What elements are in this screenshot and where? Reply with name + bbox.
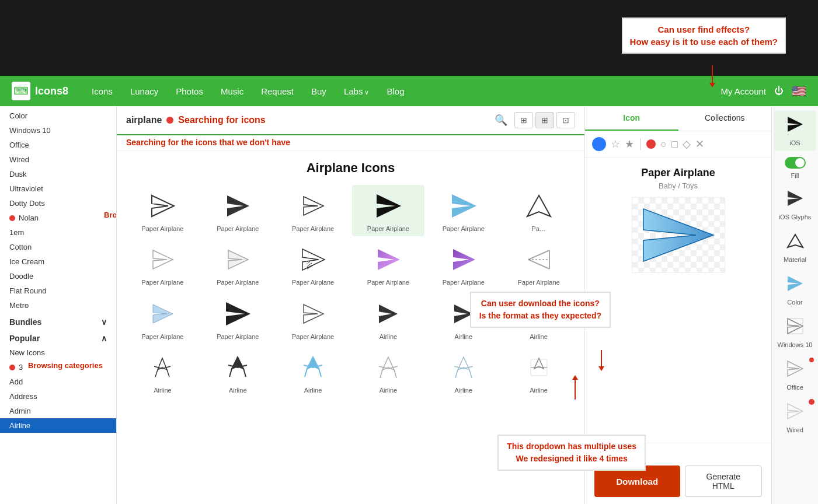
my-account-link[interactable]: My Account (720, 86, 766, 96)
icon-label-12: Paper Airplane (517, 278, 559, 286)
style-office[interactable]: Office (774, 355, 816, 396)
sidebar-item-dusk[interactable]: Dusk (0, 167, 116, 181)
format-type: PNG (594, 450, 612, 460)
sidebar-item-windows10[interactable]: Windows 10 (0, 123, 116, 138)
view-toggle-small[interactable]: ⊞ (514, 112, 533, 128)
icon-cell-row4-3[interactable]: Airline (277, 346, 350, 398)
download-button[interactable]: Download (594, 466, 680, 497)
color-circle-orange[interactable] (646, 139, 656, 149)
sidebar-item-ultraviolet[interactable]: Ultraviolet (0, 181, 116, 196)
style-material[interactable]: Material (774, 228, 816, 268)
sidebar-item-doodle[interactable]: Doodle (0, 269, 116, 284)
sidebar-item-3d[interactable]: 3D Browsing categories (0, 360, 116, 374)
circle-tool[interactable]: ○ (660, 138, 667, 150)
tab-icon[interactable]: Icon (585, 106, 678, 131)
ios-glyphs-icon (786, 190, 804, 211)
generate-html-button[interactable]: Generate HTML (685, 466, 763, 497)
icon-svg-paper-11 (448, 244, 479, 275)
sidebar-item-flatround[interactable]: Flat Round (0, 284, 116, 298)
icon-cell-paper-3[interactable]: Paper Airplane (277, 185, 350, 236)
diamond-tool[interactable]: ◇ (683, 138, 691, 150)
icon-cell-row3-2[interactable]: Paper Airplane (201, 293, 274, 344)
format-size: px (627, 450, 636, 460)
icon-cell-paper-5[interactable]: Paper Airplane (427, 185, 500, 236)
icon-cell-paper-8[interactable]: Paper Airplane (201, 239, 274, 290)
style-windows10[interactable]: Windows 10 (774, 313, 816, 353)
language-flag[interactable]: 🇺🇸 (792, 84, 806, 98)
icon-cell-paper-12[interactable]: Paper Airplane (502, 239, 575, 290)
view-toggle-large[interactable]: ⊡ (556, 112, 575, 128)
annotation-top-line2: How easy is it to use each of them? (630, 36, 778, 48)
view-toggle-medium[interactable]: ⊞ (535, 112, 554, 128)
section-popular[interactable]: Popular ∧ (0, 329, 116, 345)
star-icon[interactable]: ☆ (611, 138, 620, 150)
icon-cell-row3-5[interactable]: Airline (427, 293, 500, 344)
icon-label-r3-2: Paper Airplane (217, 332, 259, 341)
svg-line-15 (528, 250, 549, 260)
style-ios[interactable]: iOS (774, 111, 816, 151)
icon-cell-paper-11[interactable]: Paper Airplane (427, 239, 500, 290)
search-icon[interactable]: 🔍 (495, 114, 507, 127)
style-color[interactable]: Color (774, 270, 816, 310)
sidebar-item-metro[interactable]: Metro (0, 298, 116, 313)
sidebar-item-office[interactable]: Office (0, 138, 116, 152)
icon-cell-row3-1[interactable]: Paper Airplane (126, 293, 199, 344)
format-dropdown-arrow[interactable]: ∨ (641, 451, 646, 460)
icon-svg-row3-3 (298, 299, 328, 329)
svg-marker-30 (788, 318, 803, 334)
section-bundles[interactable]: Bundles ∨ (0, 313, 116, 329)
nav-buy[interactable]: Buy (311, 86, 326, 96)
navbar-logo[interactable]: ⌨ Icons8 (12, 82, 68, 100)
nav-lunacy[interactable]: Lunacy (130, 86, 158, 96)
icon-cell-paper-6[interactable]: Pa… (502, 185, 575, 236)
sidebar-item-admin[interactable]: Admin (0, 404, 116, 418)
svg-marker-21 (304, 304, 323, 323)
sidebar-item-dotty[interactable]: Dotty Dots (0, 196, 116, 211)
icon-cell-row4-4[interactable]: Airline (352, 346, 425, 398)
nav-music[interactable]: Music (221, 86, 243, 96)
icon-cell-row3-3[interactable]: Paper Airplane (277, 293, 350, 344)
nav-labs[interactable]: Labs (344, 86, 370, 96)
fill-toggle[interactable] (785, 157, 806, 169)
nav-photos[interactable]: Photos (176, 86, 203, 96)
sidebar-item-icecream[interactable]: Ice Cream (0, 254, 116, 269)
ios-icon (786, 116, 804, 137)
rect-tool[interactable]: □ (671, 138, 678, 150)
style-ios-glyphs[interactable]: iOS Glyphs (774, 185, 816, 225)
icon-cell-row4-5[interactable]: Airline (427, 346, 500, 398)
annotation-browsing-categories: Browsing categories (23, 359, 107, 372)
icon-cell-paper-1[interactable]: Paper Airplane (126, 185, 199, 236)
icon-cell-paper-7[interactable]: Paper Airplane (126, 239, 199, 290)
icon-cell-paper-10[interactable]: Paper Airplane (352, 239, 425, 290)
wired-label: Wired (786, 426, 803, 433)
sidebar-item-nolan[interactable]: Nolan Browsing for styles (0, 211, 116, 225)
icon-cell-paper-2[interactable]: Paper Airplane (201, 185, 274, 236)
star-outline-icon[interactable]: ★ (625, 138, 634, 150)
tab-collections[interactable]: Collections (678, 106, 772, 131)
icon-cell-row4-6[interactable]: Airline (502, 346, 575, 398)
sidebar-item-address[interactable]: Address (0, 389, 116, 404)
icon-svg-row4-4 (373, 352, 403, 383)
style-wired[interactable]: Wired (774, 398, 816, 438)
power-icon[interactable]: ⏻ (774, 86, 784, 96)
center-panel: airplane Searching for icons 🔍 ⊞ ⊞ ⊡ Sea… (117, 106, 584, 504)
color-circle-blue[interactable] (592, 137, 606, 151)
icon-cell-row3-4[interactable]: Airline (352, 293, 425, 344)
icon-cell-paper-4[interactable]: Paper Airplane (352, 185, 425, 236)
sidebar-item-add[interactable]: Add (0, 374, 116, 389)
icon-cell-paper-9[interactable]: Paper Airplane (277, 239, 350, 290)
nav-blog[interactable]: Blog (387, 86, 404, 96)
icon-cell-row3-6[interactable]: Airline (502, 293, 575, 344)
sidebar-item-newicons[interactable]: New Icons (0, 345, 116, 360)
sidebar-item-wired[interactable]: Wired (0, 152, 116, 167)
icon-cell-row4-2[interactable]: Airline (201, 346, 274, 398)
sidebar-item-1em[interactable]: 1em (0, 225, 116, 240)
sidebar-item-cotton[interactable]: Cotton (0, 240, 116, 254)
icon-cell-row4-1[interactable]: Airline (126, 346, 199, 398)
nav-request[interactable]: Request (261, 86, 294, 96)
sidebar-item-airline[interactable]: Airline (0, 418, 116, 433)
nav-icons[interactable]: Icons (92, 86, 113, 96)
sidebar-item-color[interactable]: Color (0, 108, 116, 123)
svg-marker-6 (527, 195, 551, 216)
x-tool[interactable]: ✕ (695, 138, 704, 150)
